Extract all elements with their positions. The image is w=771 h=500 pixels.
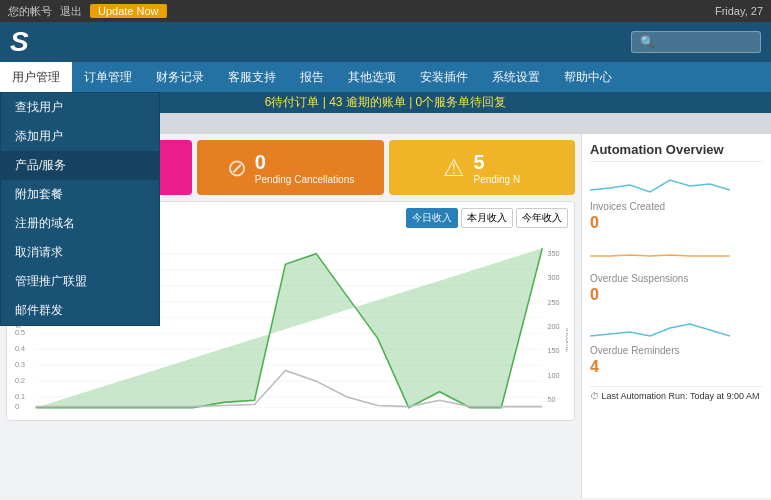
- nav-item-order-mgmt[interactable]: 订单管理: [72, 62, 144, 92]
- nav-item-settings[interactable]: 系统设置: [480, 62, 552, 92]
- suspensions-label: Overdue Suspensions: [590, 273, 763, 284]
- nav-item-finance[interactable]: 财务记录: [144, 62, 216, 92]
- nav-item-user-mgmt[interactable]: 用户管理 查找用户 添加用户 产品/服务 附加套餐 注册的域名 取消请求 管理推…: [0, 62, 72, 92]
- svg-text:9am: 9am: [309, 411, 323, 413]
- svg-text:50: 50: [547, 395, 555, 404]
- svg-text:1am: 1am: [66, 411, 80, 413]
- chart-tab-controls: 今日收入 本月收入 今年收入: [406, 208, 568, 228]
- dropdown-addons[interactable]: 附加套餐: [1, 180, 159, 209]
- dropdown-product-service[interactable]: 产品/服务: [1, 151, 159, 180]
- last-run: ⏱ Last Automation Run: Today at 9:00 AM: [590, 386, 763, 401]
- svg-text:2pm: 2pm: [465, 411, 479, 413]
- dropdown-email-blast[interactable]: 邮件群发: [1, 296, 159, 325]
- widget-pending-info: 5 Pending N: [473, 151, 520, 185]
- right-panel: Automation Overview Invoices Created 0 O…: [581, 134, 771, 498]
- reminders-value: 4: [590, 358, 763, 376]
- svg-text:100: 100: [547, 371, 559, 380]
- svg-text:0.4: 0.4: [15, 344, 25, 353]
- svg-text:Income: Income: [564, 328, 568, 352]
- automation-suspensions-section: Overdue Suspensions 0: [590, 242, 763, 304]
- logout-link[interactable]: 退出: [60, 4, 82, 19]
- svg-text:12pm: 12pm: [402, 411, 420, 413]
- svg-text:250: 250: [547, 298, 559, 307]
- svg-text:7am: 7am: [251, 411, 265, 413]
- dropdown-find-user[interactable]: 查找用户: [1, 93, 159, 122]
- cancel-icon: ⊘: [227, 154, 247, 182]
- dropdown-affiliate[interactable]: 管理推广联盟: [1, 267, 159, 296]
- widget-pending: ⚠ 5 Pending N: [389, 140, 575, 195]
- svg-text:3am: 3am: [128, 411, 142, 413]
- svg-text:4am: 4am: [159, 411, 173, 413]
- svg-text:4pm: 4pm: [527, 411, 541, 413]
- widget-pending-count: 5: [473, 151, 484, 174]
- svg-text:2am: 2am: [97, 411, 111, 413]
- invoices-mini-chart: [590, 170, 730, 198]
- svg-text:12am: 12am: [36, 411, 54, 413]
- svg-text:0.2: 0.2: [15, 376, 25, 385]
- header: S: [0, 22, 771, 62]
- widget-cancel-info: 0 Pending Cancellations: [255, 151, 355, 185]
- suspensions-value: 0: [590, 286, 763, 304]
- warning-icon: ⚠: [443, 154, 465, 182]
- nav-item-other[interactable]: 其他选项: [336, 62, 408, 92]
- reminders-mini-chart: [590, 314, 730, 342]
- invoices-created-value: 0: [590, 214, 763, 232]
- top-bar-left: 您的帐号 退出 Update Now: [8, 4, 167, 19]
- logo: S: [10, 26, 29, 58]
- svg-text:3pm: 3pm: [494, 411, 508, 413]
- automation-invoices-section: Invoices Created 0: [590, 170, 763, 232]
- svg-text:11am: 11am: [369, 411, 387, 413]
- tab-month[interactable]: 本月收入: [461, 208, 513, 228]
- widget-cancellations: ⊘ 0 Pending Cancellations: [197, 140, 383, 195]
- update-button[interactable]: Update Now: [90, 4, 167, 18]
- search-input[interactable]: [631, 31, 761, 53]
- svg-text:8am: 8am: [279, 411, 293, 413]
- svg-text:0.1: 0.1: [15, 392, 25, 401]
- nav-item-help[interactable]: 帮助中心: [552, 62, 624, 92]
- svg-text:10am: 10am: [336, 411, 354, 413]
- svg-text:5am: 5am: [190, 411, 204, 413]
- top-bar: 您的帐号 退出 Update Now Friday, 27: [0, 0, 771, 22]
- nav-bar: 用户管理 查找用户 添加用户 产品/服务 附加套餐 注册的域名 取消请求 管理推…: [0, 62, 771, 92]
- widget-cancel-count: 0: [255, 151, 266, 174]
- dropdown-add-user[interactable]: 添加用户: [1, 122, 159, 151]
- svg-text:200: 200: [547, 322, 559, 331]
- user-account-link[interactable]: 您的帐号: [8, 4, 52, 19]
- dropdown-cancellations[interactable]: 取消请求: [1, 238, 159, 267]
- svg-text:0: 0: [15, 402, 19, 411]
- invoices-created-label: Invoices Created: [590, 201, 763, 212]
- widget-cancel-label: Pending Cancellations: [255, 174, 355, 185]
- tab-today[interactable]: 今日收入: [406, 208, 458, 228]
- suspensions-mini-chart: [590, 242, 730, 270]
- user-dropdown: 查找用户 添加用户 产品/服务 附加套餐 注册的域名 取消请求 管理推广联盟 邮…: [0, 92, 160, 326]
- automation-header: Automation Overview: [590, 142, 763, 162]
- svg-text:0.5: 0.5: [15, 328, 25, 337]
- svg-text:0.3: 0.3: [15, 360, 25, 369]
- reminders-label: Overdue Reminders: [590, 345, 763, 356]
- widget-pending-label: Pending N: [473, 174, 520, 185]
- svg-text:350: 350: [547, 249, 559, 258]
- nav-item-plugins[interactable]: 安装插件: [408, 62, 480, 92]
- svg-text:1pm: 1pm: [434, 411, 448, 413]
- automation-reminders-section: Overdue Reminders 4: [590, 314, 763, 376]
- tab-year[interactable]: 今年收入: [516, 208, 568, 228]
- nav-item-reports[interactable]: 报告: [288, 62, 336, 92]
- nav-item-support[interactable]: 客服支持: [216, 62, 288, 92]
- svg-text:150: 150: [547, 346, 559, 355]
- svg-text:300: 300: [547, 273, 559, 282]
- svg-text:6am: 6am: [221, 411, 235, 413]
- date-display: Friday, 27: [715, 5, 763, 17]
- automation-title: Automation Overview: [590, 142, 724, 157]
- dropdown-domains[interactable]: 注册的域名: [1, 209, 159, 238]
